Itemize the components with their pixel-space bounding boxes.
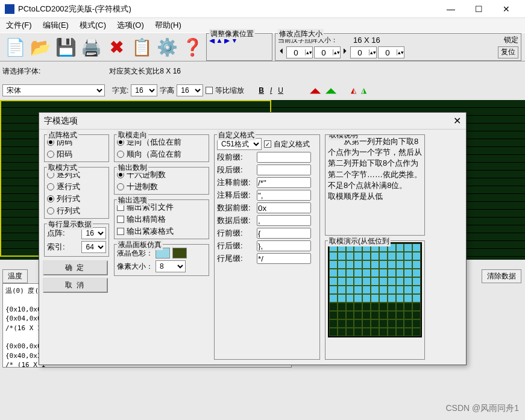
dialog-close-button[interactable]: ✕: [453, 115, 461, 127]
line-prefix-input[interactable]: [257, 228, 311, 239]
underline-button[interactable]: U: [278, 86, 283, 95]
save-icon[interactable]: 💾: [54, 35, 78, 59]
demo-group: 取模演示(从低位到: [325, 240, 425, 360]
main-toolbar: 📄 📂 💾 🖨️ ✖ 📋 ⚙️ ❓ 调整像素位置 ◀ ▲ ▶ ▼ 修改点阵大小 …: [0, 33, 525, 61]
temperature-button[interactable]: 温度: [2, 269, 28, 283]
font-height-label: 字高: [160, 86, 174, 96]
spinner-2[interactable]: ▴▾: [314, 46, 341, 58]
description-group: 取模说明 从第一列开始向下取8个点作为一个字节，然后从第二列开始下取8个点作为第…: [325, 134, 425, 236]
print-icon[interactable]: 🖨️: [79, 35, 103, 59]
shrink-h-icon[interactable]: ⏴: [278, 46, 285, 58]
format-group: 点阵格式 阴码 阳码: [44, 134, 109, 162]
maximize-button[interactable]: ☐: [465, 0, 492, 18]
comment-prefix-input[interactable]: [257, 177, 311, 188]
font-select[interactable]: 宋体: [2, 84, 105, 96]
width-spinner[interactable]: ▴▾: [286, 46, 313, 58]
lock-label[interactable]: 锁定: [504, 35, 518, 45]
settings-icon[interactable]: ⚙️: [155, 35, 179, 59]
menu-file[interactable]: 文件(F): [6, 20, 32, 31]
cancel-button[interactable]: 取 消: [43, 278, 108, 293]
d2[interactable]: 顺向（高位在前: [117, 148, 206, 160]
line-suffix-input[interactable]: [257, 240, 311, 251]
en-ratio-label: 对应英文长宽比8 X 16: [109, 66, 181, 77]
delete-icon[interactable]: ✖: [104, 35, 128, 59]
menu-help[interactable]: 帮助(H): [155, 20, 181, 31]
cur-size-value: 16 X 16: [353, 36, 380, 45]
window-title: PCtoLCD2002完美版-(字符模式): [18, 4, 437, 14]
seg-prefix-input[interactable]: [257, 152, 311, 163]
data-prefix-input[interactable]: [257, 202, 311, 213]
lcd-color-off[interactable]: [172, 248, 187, 259]
data-suffix-input[interactable]: [257, 215, 311, 226]
matrix-size-group: 修改点阵大小 当前汉字点阵大小： 16 X 16 锁定 ⏴ ▴▾ ▴▾ ⏵ ▴▾…: [275, 33, 521, 61]
rotate-icon-2[interactable]: ◢◣: [325, 86, 336, 95]
flip-icon-1[interactable]: ◭: [351, 86, 356, 95]
menu-mode[interactable]: 模式(C): [80, 20, 106, 31]
font-width-label: 字宽:: [112, 86, 128, 96]
reset-button[interactable]: 复位: [498, 46, 518, 58]
idx-select[interactable]: 64: [81, 241, 106, 253]
doc-icon[interactable]: 📋: [130, 35, 154, 59]
direction-group: 取模走向 逆向（低位在前 顺向（高位在前: [114, 134, 209, 162]
o3[interactable]: 输出紧凑格式: [117, 225, 206, 237]
m3[interactable]: 列行式: [47, 193, 106, 205]
opt-pos[interactable]: 阳码: [47, 148, 106, 160]
bold-button[interactable]: B: [259, 86, 264, 95]
custom-format-group: 自定义格式 C51格式 ✓ 自定义格式 段前缀: 段后缀: 注释前缀: 注释后缀…: [214, 134, 320, 360]
ok-button[interactable]: 确 定: [43, 260, 108, 275]
expand-h-icon[interactable]: ⏵: [342, 46, 349, 58]
open-icon[interactable]: 📂: [28, 35, 52, 59]
eq-scale-label: 等比缩放: [215, 86, 244, 96]
font-width-select[interactable]: 16: [131, 84, 157, 96]
font-row: 请选择字体: 对应英文长宽比8 X 16: [0, 61, 525, 81]
app-icon: [5, 4, 14, 14]
menu-option[interactable]: 选项(O): [117, 20, 144, 31]
spinner-3[interactable]: ▴▾: [350, 46, 377, 58]
font-option-dialog: 字模选项 ✕ 点阵格式 阴码 阳码 取模方式 逐列式 逐行式 列行式 行列式 每…: [39, 112, 467, 365]
dialog-titlebar: 字模选项 ✕: [39, 113, 466, 130]
method-group: 取模方式 逐列式 逐行式 列行式 行列式: [44, 167, 109, 219]
description-text: 从第一列开始向下取8个点作为一个字节，然后从第二列开始下取8个点作为第二个字节……: [328, 136, 422, 202]
comment-suffix-input[interactable]: [257, 190, 311, 201]
italic-button[interactable]: I: [270, 86, 272, 95]
dialog-title: 字模选项: [44, 116, 453, 127]
title-bar: PCtoLCD2002完美版-(字符模式) — ☐ ✕: [0, 0, 525, 18]
spinner-4[interactable]: ▴▾: [378, 46, 404, 58]
m4[interactable]: 行列式: [47, 205, 106, 217]
output-group: 输出选项 输出索引文件 输出精简格 输出紧凑格式: [114, 199, 209, 239]
radix-group: 输出数制 十六进制数 十进制数: [114, 167, 209, 195]
clear-data-button[interactable]: 清除数据: [482, 269, 521, 283]
custom-fmt-checkbox[interactable]: ✓: [264, 140, 271, 148]
font-row-2: 宋体 字宽: 16 字高 16 等比缩放 B I U ◢◣ ◢◣ ◭ ◮: [0, 81, 525, 100]
close-button[interactable]: ✕: [492, 0, 520, 18]
flip-icon-2[interactable]: ◮: [361, 86, 366, 95]
menu-edit[interactable]: 编辑(E): [43, 20, 69, 31]
select-font-label: 请选择字体:: [2, 66, 40, 77]
m2[interactable]: 逐行式: [47, 181, 106, 193]
demo-grid: [328, 242, 422, 337]
o2[interactable]: 输出精简格: [117, 213, 206, 225]
font-height-select[interactable]: 16: [177, 84, 203, 96]
pixel-size-select[interactable]: 8: [156, 260, 186, 272]
new-icon[interactable]: 📄: [3, 35, 27, 59]
rotate-icon-1[interactable]: ◢◣: [310, 86, 321, 95]
line-tail-input[interactable]: [257, 253, 311, 264]
pixel-adjust-group: 调整像素位置 ◀ ▲ ▶ ▼: [206, 33, 272, 61]
menu-bar: 文件(F) 编辑(E) 模式(C) 选项(O) 帮助(H): [0, 18, 525, 33]
watermark: CSDN @风雨同舟1: [445, 403, 519, 414]
line-display-group: 每行显示数据 点阵:16 索引:64: [44, 224, 109, 257]
r2[interactable]: 十进制数: [117, 181, 206, 193]
help-icon[interactable]: ❓: [180, 35, 204, 59]
lcd-group: 液晶面板仿真 液晶色彩： 像素大小： 8: [114, 244, 209, 276]
eq-scale-checkbox[interactable]: [206, 87, 213, 94]
minimize-button[interactable]: —: [437, 0, 465, 18]
seg-suffix-input[interactable]: [257, 165, 311, 175]
